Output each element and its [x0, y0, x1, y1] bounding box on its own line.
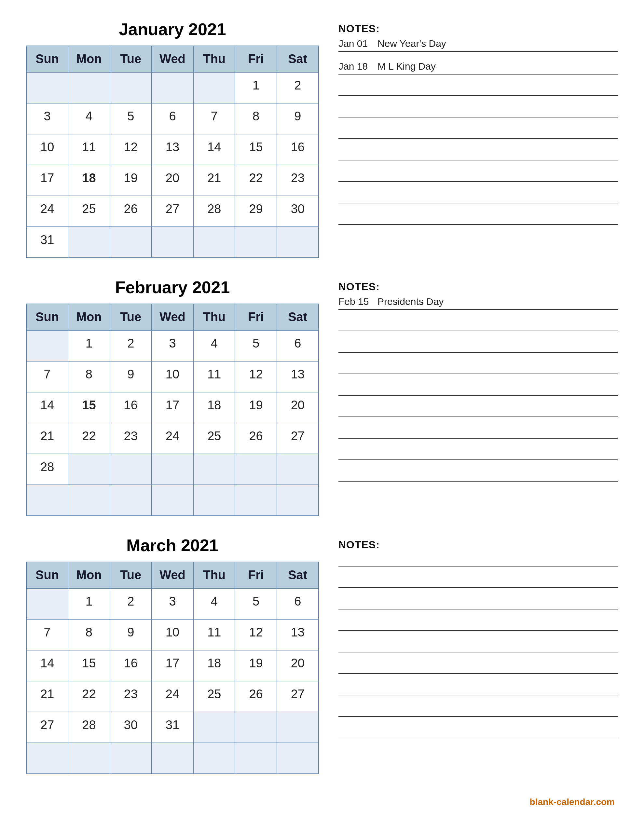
day-cell: 2	[110, 588, 151, 619]
day-cell: 3	[26, 103, 68, 134]
month-section-1: February 2021SunMonTueWedThuFriSat123456…	[26, 278, 618, 516]
day-cell: 19	[235, 392, 277, 423]
blank-note-line-0-0	[338, 84, 618, 96]
day-cell: 13	[277, 361, 319, 392]
day-cell: 8	[68, 619, 109, 650]
header-wed: Wed	[151, 46, 193, 72]
day-cell: 15	[68, 392, 109, 423]
day-cell: 6	[277, 330, 319, 361]
header-wed: Wed	[151, 562, 193, 588]
day-cell	[277, 454, 319, 485]
day-cell: 14	[26, 392, 68, 423]
day-cell	[277, 743, 319, 774]
blank-note-line-2-2	[338, 597, 618, 609]
day-cell	[151, 485, 193, 516]
day-cell: 25	[193, 423, 235, 454]
day-cell	[68, 72, 109, 103]
day-cell: 23	[110, 423, 151, 454]
day-cell: 23	[277, 165, 319, 196]
day-cell: 8	[235, 103, 277, 134]
day-cell: 18	[68, 165, 109, 196]
day-cell: 26	[235, 681, 277, 712]
day-cell	[235, 712, 277, 743]
day-cell: 2	[110, 330, 151, 361]
note-line-0-1: Jan 18M L King Day	[338, 61, 618, 74]
day-cell: 12	[235, 619, 277, 650]
day-cell	[110, 743, 151, 774]
blank-note-line-0-3	[338, 148, 618, 161]
day-cell: 13	[277, 619, 319, 650]
notes-label-2: NOTES:	[338, 539, 618, 551]
day-cell: 21	[193, 165, 235, 196]
blank-note-line-0-1	[338, 105, 618, 117]
day-cell: 7	[26, 619, 68, 650]
day-cell: 29	[235, 196, 277, 227]
blank-note-line-2-5	[338, 661, 618, 674]
blank-note-line-0-5	[338, 191, 618, 203]
header-sun: Sun	[26, 304, 68, 330]
day-cell: 24	[151, 423, 193, 454]
day-cell: 3	[151, 330, 193, 361]
day-cell: 3	[151, 588, 193, 619]
day-cell: 16	[110, 650, 151, 681]
month-title-2: March 2021	[26, 536, 319, 555]
day-cell: 22	[68, 681, 109, 712]
day-cell	[193, 72, 235, 103]
blank-note-line-1-1	[338, 340, 618, 353]
day-cell: 31	[151, 712, 193, 743]
header-fri: Fri	[235, 46, 277, 72]
day-cell: 11	[193, 361, 235, 392]
day-cell	[68, 743, 109, 774]
page-layout: January 2021SunMonTueWedThuFriSat1234567…	[26, 19, 618, 807]
day-cell	[193, 454, 235, 485]
day-cell: 23	[110, 681, 151, 712]
day-cell: 12	[110, 134, 151, 165]
day-cell: 26	[235, 423, 277, 454]
blank-note-line-1-5	[338, 426, 618, 439]
blank-note-line-2-6	[338, 683, 618, 695]
day-cell: 16	[110, 392, 151, 423]
blank-note-line-2-1	[338, 576, 618, 588]
header-thu: Thu	[193, 304, 235, 330]
note-event: New Year's Day	[377, 38, 446, 50]
header-sun: Sun	[26, 562, 68, 588]
note-date: Jan 18	[338, 61, 377, 73]
note-date: Feb 15	[338, 296, 377, 309]
day-cell	[151, 743, 193, 774]
day-cell: 9	[110, 361, 151, 392]
day-cell: 21	[26, 681, 68, 712]
day-cell: 14	[193, 134, 235, 165]
header-tue: Tue	[110, 304, 151, 330]
day-cell: 10	[26, 134, 68, 165]
note-line-0-0: Jan 01New Year's Day	[338, 38, 618, 52]
blank-note-line-2-8	[338, 726, 618, 738]
notes-label-1: NOTES:	[338, 281, 618, 293]
day-cell	[110, 454, 151, 485]
header-tue: Tue	[110, 562, 151, 588]
blank-note-line-1-7	[338, 469, 618, 482]
day-cell: 4	[193, 588, 235, 619]
day-cell: 15	[235, 134, 277, 165]
day-cell: 18	[193, 392, 235, 423]
day-cell: 27	[151, 196, 193, 227]
day-cell: 21	[26, 423, 68, 454]
day-cell	[151, 227, 193, 258]
header-sun: Sun	[26, 46, 68, 72]
day-cell: 24	[26, 196, 68, 227]
blank-note-line-1-3	[338, 383, 618, 396]
calendar-block-2: March 2021SunMonTueWedThuFriSat123456789…	[26, 536, 319, 774]
day-cell: 24	[151, 681, 193, 712]
day-cell: 4	[193, 330, 235, 361]
header-mon: Mon	[68, 562, 109, 588]
day-cell: 12	[235, 361, 277, 392]
header-mon: Mon	[68, 304, 109, 330]
calendar-table-1: SunMonTueWedThuFriSat1234567891011121314…	[26, 304, 319, 516]
day-cell: 10	[151, 619, 193, 650]
day-cell	[26, 72, 68, 103]
blank-note-line-0-2	[338, 127, 618, 139]
header-fri: Fri	[235, 304, 277, 330]
day-cell	[193, 743, 235, 774]
day-cell: 4	[68, 103, 109, 134]
month-section-2: March 2021SunMonTueWedThuFriSat123456789…	[26, 536, 618, 774]
day-cell	[151, 454, 193, 485]
